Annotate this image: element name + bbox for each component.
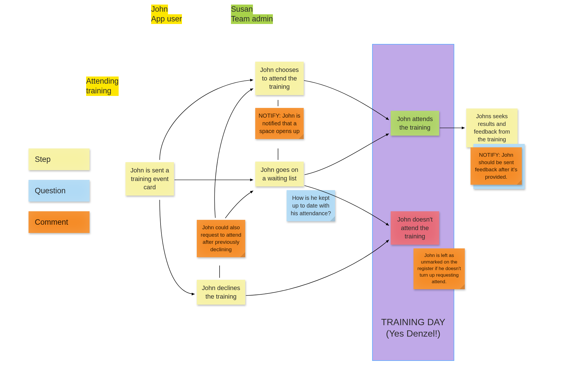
node-left-unmarked[interactable]: John is left as unmarked on the register… (413, 248, 465, 289)
node-sent-card[interactable]: John is sent a training event card (125, 162, 174, 196)
persona-john-role: App user (151, 14, 182, 24)
persona-susan: Susan (231, 5, 253, 14)
legend-step: Step (29, 148, 90, 170)
node-doesnt-attend[interactable]: John doesn't attend the training (391, 211, 439, 245)
node-request-after-decline[interactable]: John could also request to attend after … (197, 220, 245, 257)
legend-comment: Comment (29, 211, 90, 233)
node-kept-up-to-date[interactable]: How is he kept up to date with his atten… (287, 190, 335, 221)
node-seeks-feedback[interactable]: Johns seeks results and feedback from th… (466, 108, 518, 147)
legend-question: Question (29, 180, 90, 202)
node-notify-space[interactable]: NOTIFY: John is notified that a space op… (255, 108, 304, 139)
training-day-label: TRAINING DAY (Yes Denzel!) (372, 316, 454, 339)
node-waiting-list[interactable]: John goes on a waiting list (255, 162, 304, 186)
node-notify-feedback[interactable]: NOTIFY: John should be sent feedback aft… (471, 147, 522, 185)
persona-susan-role: Team admin (231, 14, 273, 24)
flow-canvas[interactable]: TRAINING DAY (Yes Denzel!) John App user… (0, 0, 588, 378)
persona-john: John (151, 5, 168, 14)
node-declines[interactable]: John declines the training (197, 280, 245, 305)
section-label: Attending training (86, 77, 119, 96)
training-day-band (372, 44, 454, 361)
node-attends[interactable]: John attends the training (391, 111, 439, 136)
node-chooses-attend[interactable]: John chooses to attend the training (255, 62, 304, 95)
